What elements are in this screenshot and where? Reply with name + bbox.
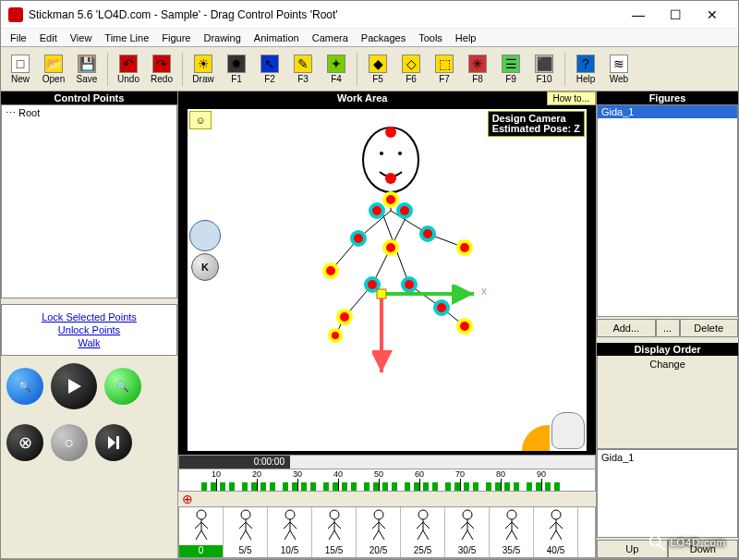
mouse-icon bbox=[551, 412, 585, 449]
svg-line-83 bbox=[512, 530, 517, 540]
frame-20/5[interactable]: 20/5 bbox=[357, 507, 401, 557]
key-lock-button[interactable]: ⊗ bbox=[6, 424, 43, 461]
menu-drawing[interactable]: Drawing bbox=[198, 30, 246, 45]
tool-web[interactable]: ≋Web bbox=[603, 50, 635, 89]
axis-gizmo[interactable] bbox=[372, 285, 502, 386]
svg-line-86 bbox=[550, 522, 556, 529]
open-icon: 📂 bbox=[44, 55, 63, 73]
tool-open[interactable]: 📂Open bbox=[38, 50, 69, 89]
tree-item-root[interactable]: Root bbox=[18, 107, 40, 118]
menu-camera[interactable]: Camera bbox=[307, 30, 354, 45]
svg-line-68 bbox=[417, 522, 423, 529]
frame-0[interactable]: 0 bbox=[179, 507, 224, 557]
f7-icon: ⬚ bbox=[435, 55, 454, 73]
frame-label: 30/5 bbox=[458, 545, 476, 557]
figure-item-selected[interactable]: Gida_1 bbox=[598, 105, 737, 118]
frame-30/5[interactable]: 30/5 bbox=[445, 507, 490, 557]
tool-f8[interactable]: ✳F8 bbox=[462, 50, 493, 89]
tool-f2[interactable]: ↖F2 bbox=[254, 50, 285, 89]
right-panel: Figures Gida_1 Add... ... Delete Display… bbox=[596, 91, 738, 558]
svg-line-46 bbox=[240, 530, 246, 540]
lock-selected-link[interactable]: Lock Selected Points bbox=[7, 310, 171, 323]
tool-label: Draw bbox=[192, 74, 213, 84]
figure-mode-icon[interactable]: ☺ bbox=[189, 111, 212, 129]
svg-line-38 bbox=[195, 522, 201, 529]
svg-line-64 bbox=[373, 530, 379, 540]
step-button[interactable] bbox=[95, 424, 132, 461]
menu-tools[interactable]: Tools bbox=[413, 30, 448, 45]
tool-undo[interactable]: ↶Undo bbox=[113, 50, 144, 89]
walk-link[interactable]: Walk bbox=[7, 336, 171, 349]
tick: 20 bbox=[238, 469, 275, 479]
tool-f1[interactable]: ✸F1 bbox=[221, 50, 252, 89]
tool-f4[interactable]: ✦F4 bbox=[321, 50, 352, 89]
tool-f9[interactable]: ☰F9 bbox=[495, 50, 527, 89]
f9-icon: ☰ bbox=[502, 55, 520, 73]
display-order-item[interactable]: Gida_1 bbox=[598, 450, 737, 465]
key-button[interactable]: ○ bbox=[51, 424, 88, 461]
frame-15/5[interactable]: 15/5 bbox=[312, 507, 357, 557]
tool-help[interactable]: ?Help bbox=[570, 50, 601, 89]
svg-point-22 bbox=[352, 232, 365, 245]
unlock-points-link[interactable]: Unlock Points bbox=[7, 323, 171, 336]
tool-draw[interactable]: ☀Draw bbox=[188, 50, 219, 89]
tool-f3[interactable]: ✎F3 bbox=[287, 50, 319, 89]
minimize-button[interactable]: — bbox=[620, 2, 657, 28]
maximize-button[interactable]: ☐ bbox=[657, 2, 694, 28]
svg-point-17 bbox=[385, 127, 396, 138]
menu-edit[interactable]: Edit bbox=[34, 30, 63, 45]
frame-label: 40/5 bbox=[547, 545, 564, 557]
frame-strip[interactable]: 05/510/515/520/525/530/535/540/5 bbox=[178, 506, 596, 558]
close-button[interactable]: ✕ bbox=[694, 2, 731, 28]
menu-help[interactable]: Help bbox=[450, 30, 482, 45]
control-points-tree[interactable]: ⋯ Root bbox=[1, 104, 177, 298]
tool-new[interactable]: □New bbox=[5, 50, 36, 89]
frame-5/5[interactable]: 5/5 bbox=[224, 507, 268, 557]
display-order-list[interactable]: Gida_1 bbox=[597, 449, 738, 538]
frame-25/5[interactable]: 25/5 bbox=[401, 507, 445, 557]
how-to-button[interactable]: How to... bbox=[547, 91, 596, 105]
menu-animation[interactable]: Animation bbox=[248, 30, 305, 45]
canvas-wrap: ☺ Design Camera Estimated Pose: Z K bbox=[178, 105, 596, 455]
tool-f5[interactable]: ◆F5 bbox=[362, 50, 394, 89]
tree-expand-icon[interactable]: ⋯ bbox=[6, 107, 18, 118]
tool-f7[interactable]: ⬚F7 bbox=[429, 50, 460, 89]
menubar: FileEditViewTime LineFigureDrawingAnimat… bbox=[1, 29, 738, 47]
add-frame-button[interactable]: ⊕ bbox=[178, 492, 197, 506]
frame-35/5[interactable]: 35/5 bbox=[490, 507, 534, 557]
menu-file[interactable]: File bbox=[5, 30, 32, 45]
menu-figure[interactable]: Figure bbox=[156, 30, 196, 45]
time-ruler[interactable]: 102030405060708090 bbox=[178, 469, 596, 492]
tool-save[interactable]: 💾Save bbox=[71, 50, 103, 89]
svg-line-75 bbox=[467, 522, 474, 529]
frame-10/5[interactable]: 10/5 bbox=[268, 507, 312, 557]
more-button[interactable]: ... bbox=[656, 319, 680, 337]
f2-icon: ↖ bbox=[260, 55, 279, 73]
menu-packages[interactable]: Packages bbox=[356, 30, 411, 45]
frame-label: 35/5 bbox=[503, 545, 520, 557]
compass-icon[interactable] bbox=[189, 220, 221, 251]
k-button[interactable]: K bbox=[191, 253, 219, 281]
canvas[interactable]: ☺ Design Camera Estimated Pose: Z K bbox=[188, 109, 587, 451]
f5-icon: ◆ bbox=[369, 55, 387, 73]
tool-redo[interactable]: ↷Redo bbox=[146, 50, 177, 89]
add-figure-button[interactable]: Add... bbox=[597, 319, 656, 337]
svg-line-65 bbox=[379, 530, 384, 540]
menu-time-line[interactable]: Time Line bbox=[99, 30, 154, 45]
play-button[interactable] bbox=[51, 363, 97, 409]
menu-view[interactable]: View bbox=[65, 30, 98, 45]
zoom-in-button[interactable]: 🔍 bbox=[104, 368, 141, 405]
frame-label: 15/5 bbox=[325, 545, 343, 557]
frame-40/5[interactable]: 40/5 bbox=[534, 507, 578, 557]
svg-line-53 bbox=[290, 530, 296, 540]
tool-f10[interactable]: ⬛F10 bbox=[528, 50, 560, 89]
delete-figure-button[interactable]: Delete bbox=[680, 319, 739, 337]
playback-row-1: 🔍 🔍 bbox=[1, 356, 177, 417]
zoom-out-button[interactable]: 🔍 bbox=[6, 368, 43, 405]
tool-f6[interactable]: ◇F6 bbox=[395, 50, 427, 89]
figures-list[interactable]: Gida_1 bbox=[597, 104, 738, 317]
tool-label: Help bbox=[576, 74, 596, 84]
time-scrubber[interactable]: 0:00:00 bbox=[178, 455, 596, 469]
svg-point-24 bbox=[324, 264, 337, 277]
change-order-button[interactable]: Change bbox=[597, 356, 738, 449]
